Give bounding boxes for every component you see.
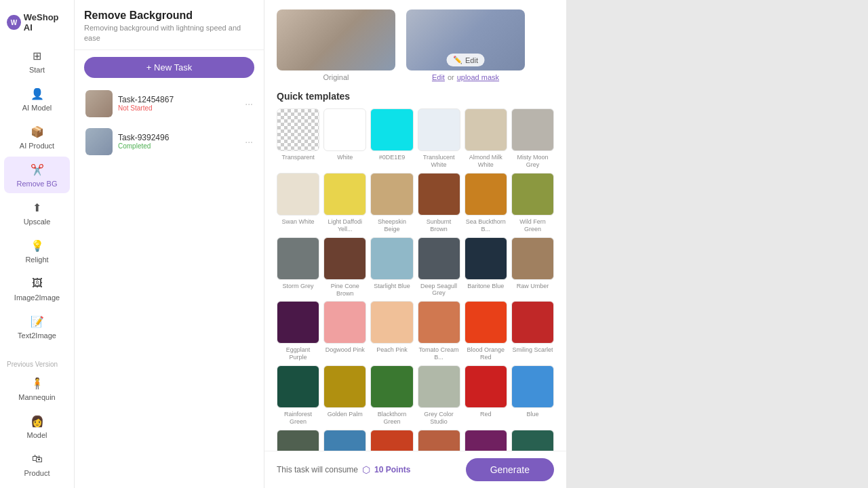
- template-item[interactable]: ✏️ EditPumpkin Mud Or...: [418, 430, 460, 451]
- edit-link[interactable]: Edit: [432, 73, 445, 81]
- nav-text2image[interactable]: 📝 Text2Image: [4, 308, 70, 345]
- color-swatch: ✏️ Edit: [418, 108, 460, 151]
- main-area: Original ✏️ Edit Edit or upload mask Qui…: [264, 0, 566, 488]
- text2image-icon: 📝: [30, 314, 45, 329]
- template-item[interactable]: ✏️ Edit#0DE1E9: [370, 108, 413, 169]
- footer-points-icon: ⬡: [362, 464, 370, 475]
- template-item[interactable]: ✏️ EditBaritone Blue: [465, 237, 507, 298]
- footer-points-amount: 10 Points: [374, 465, 410, 474]
- edit-image-preview: ✏️ Edit Edit or upload mask: [406, 9, 525, 81]
- template-label: Peach Pink: [376, 346, 408, 354]
- nav-image2image-label: Image2Image: [14, 293, 60, 302]
- template-label: Swan White: [282, 218, 315, 226]
- template-item[interactable]: ✏️ EditCherry Tomato Red: [370, 430, 413, 451]
- upload-mask-link[interactable]: upload mask: [457, 73, 499, 81]
- template-item[interactable]: ✏️ EditGolden Palm: [323, 365, 366, 426]
- task-list: Task-12454867 Not Started ··· Task-93924…: [75, 85, 264, 161]
- color-swatch: ✏️ Edit: [277, 430, 319, 451]
- template-label: Raw Umber: [517, 283, 549, 290]
- nav-ai-model[interactable]: 👤 AI Model: [4, 81, 70, 117]
- template-item[interactable]: ✏️ EditPeach Pink: [370, 301, 413, 361]
- nav-image2image[interactable]: 🖼 Image2Image: [4, 270, 70, 307]
- template-label: Light Daffodi Yell...: [323, 218, 366, 233]
- template-item[interactable]: ✏️ EditSand Gold Green: [511, 430, 554, 451]
- color-swatch: ✏️ Edit: [370, 430, 413, 451]
- template-item[interactable]: ✏️ EditStorm Grey: [277, 237, 319, 298]
- color-swatch: ✏️ Edit: [277, 237, 319, 280]
- template-item[interactable]: ✏️ EditWave Blue: [323, 430, 366, 451]
- image2image-icon: 🖼: [30, 276, 45, 291]
- template-item[interactable]: ✏️ EditWhite: [323, 108, 366, 169]
- task-2-dots[interactable]: ···: [245, 136, 253, 147]
- template-item[interactable]: ✏️ EditBlackthorn Green: [370, 365, 413, 426]
- template-item[interactable]: ✏️ EditSea Buckthorn B...: [465, 173, 507, 233]
- original-image-box: [277, 9, 395, 70]
- nav-mannequin[interactable]: 🧍 Mannequin: [4, 370, 70, 407]
- task-1-dots[interactable]: ···: [245, 98, 253, 109]
- nav-ai-product[interactable]: 📦 AI Product: [4, 119, 70, 155]
- template-item[interactable]: ✏️ EditStarlight Blue: [370, 237, 413, 298]
- color-swatch: ✏️ Edit: [370, 108, 413, 151]
- nav-upscale-label: Upscale: [24, 218, 51, 226]
- template-item[interactable]: ✏️ EditRed: [465, 365, 507, 426]
- template-item[interactable]: ✏️ EditBlue: [511, 365, 554, 426]
- template-item[interactable]: ✏️ EditMisty Moon Grey: [511, 108, 554, 169]
- new-task-button[interactable]: + New Task: [84, 57, 254, 78]
- nav-product[interactable]: 🛍 Product: [4, 446, 70, 483]
- task-item[interactable]: Task-9392496 Completed ···: [81, 123, 257, 161]
- nav-start[interactable]: ⊞ Start: [4, 43, 70, 79]
- product-icon: 🛍: [30, 451, 45, 466]
- template-item[interactable]: ✏️ EditAlmond Milk White: [465, 108, 507, 169]
- template-item[interactable]: ✏️ EditDeep Seagull Grey: [418, 237, 460, 298]
- color-swatch: ✏️ Edit: [370, 365, 413, 408]
- or-text: or: [448, 73, 454, 81]
- template-label: Smiling Scarlet: [512, 346, 553, 354]
- template-item[interactable]: ✏️ EditRaw Umber: [511, 237, 554, 298]
- color-swatch: ✏️ Edit: [511, 365, 554, 408]
- template-item[interactable]: ✏️ EditSwan White: [277, 173, 319, 233]
- color-swatch: ✏️ Edit: [277, 301, 319, 344]
- task-item[interactable]: Task-12454867 Not Started ···: [81, 85, 257, 123]
- template-item[interactable]: ✏️ EditTransparent: [277, 108, 319, 169]
- template-label: Blue: [526, 411, 538, 418]
- nav-remove-bg[interactable]: ✂️ Remove BG: [4, 157, 70, 193]
- template-item[interactable]: ✏️ EditGrey: [277, 430, 319, 451]
- template-item[interactable]: ✏️ EditTranslucent White: [418, 108, 460, 169]
- template-item[interactable]: ✏️ EditWild Fern Green: [511, 173, 554, 233]
- template-item[interactable]: ✏️ EditSunburnt Brown: [418, 173, 460, 233]
- color-swatch: ✏️ Edit: [323, 108, 366, 151]
- nav-relight[interactable]: 💡 Relight: [4, 232, 70, 269]
- template-item[interactable]: ✏️ EditRainforest Green: [277, 365, 319, 426]
- template-item[interactable]: ✏️ EditSmiling Scarlet: [511, 301, 554, 361]
- nav-relight-label: Relight: [25, 256, 48, 264]
- edit-overlay-btn[interactable]: ✏️ Edit: [446, 54, 485, 66]
- panel-title: Remove Background: [84, 9, 254, 22]
- panel: Remove Background Removing background wi…: [75, 0, 264, 488]
- template-item[interactable]: ✏️ EditSheepskin Beige: [370, 173, 413, 233]
- template-item[interactable]: ✏️ EditDogwood Pink: [323, 301, 366, 361]
- nav-model[interactable]: 👩 Model: [4, 408, 70, 445]
- nav-model-label: Model: [27, 431, 47, 439]
- template-item[interactable]: ✏️ EditItalian Plum Purple: [465, 430, 507, 451]
- panel-subtitle: Removing background with lightning speed…: [84, 23, 254, 44]
- template-label: Blackthorn Green: [370, 411, 413, 426]
- template-item[interactable]: ✏️ EditBlood Orange Red: [465, 301, 507, 361]
- template-item[interactable]: ✏️ EditEggplant Purple: [277, 301, 319, 361]
- template-item[interactable]: ✏️ EditLight Daffodi Yell...: [323, 173, 366, 233]
- color-swatch: ✏️ Edit: [511, 173, 554, 216]
- template-label: Translucent White: [418, 154, 460, 169]
- footer: This task will consume ⬡ 10 Points Gener…: [264, 451, 566, 488]
- generate-button[interactable]: Generate: [466, 458, 554, 481]
- template-item[interactable]: ✏️ EditGrey Color Studio: [418, 365, 460, 426]
- template-label: Tomato Cream B...: [418, 346, 460, 361]
- nav-upscale[interactable]: ⬆ Upscale: [4, 195, 70, 231]
- task-1-name: Task-12454867: [118, 95, 239, 104]
- nav-ai-product-label: AI Product: [20, 142, 54, 150]
- template-item[interactable]: ✏️ EditTomato Cream B...: [418, 301, 460, 361]
- ai-model-icon: 👤: [30, 86, 45, 101]
- mannequin-icon: 🧍: [30, 375, 45, 390]
- task-thumb-1: [85, 90, 113, 117]
- nav-toy[interactable]: 🧸 Toy: [4, 484, 70, 488]
- template-item[interactable]: ✏️ EditPine Cone Brown: [323, 237, 366, 298]
- remove-bg-icon: ✂️: [30, 162, 45, 177]
